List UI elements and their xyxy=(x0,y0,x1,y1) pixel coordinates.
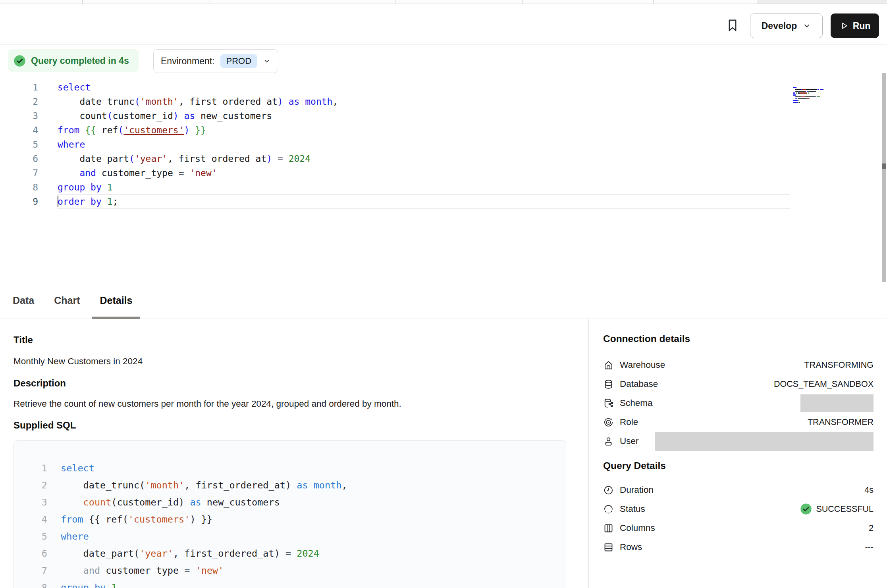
query-status-badge: Query completed in 4s xyxy=(8,49,139,72)
environment-value-badge: PROD xyxy=(220,54,258,68)
line-number: 7 xyxy=(25,562,47,579)
run-button[interactable]: Run xyxy=(831,13,879,38)
columns-icon xyxy=(603,523,614,534)
minimap-line xyxy=(793,92,836,93)
develop-menu-button[interactable]: Develop xyxy=(750,13,823,38)
query-value-columns: 2 xyxy=(869,523,874,533)
supplied-sql-block: 1select2 date_trunc('month', first_order… xyxy=(13,440,566,588)
code-text: where xyxy=(58,137,85,152)
code-line-7: 7 and customer_type = 'new' xyxy=(0,166,792,180)
title-value: Monthly New Customers in 2024 xyxy=(13,356,143,367)
scrollbar-thumb[interactable] xyxy=(882,163,886,169)
code-token: ; xyxy=(113,196,118,207)
code-token xyxy=(106,582,111,588)
toolbar: Develop Run xyxy=(0,4,887,45)
code-token: select xyxy=(58,82,91,92)
chevron-down-icon xyxy=(802,21,811,30)
code-token: 'month' xyxy=(145,480,184,491)
minimap[interactable] xyxy=(793,81,836,98)
result-tabs: DataChartDetails xyxy=(0,282,887,319)
code-token xyxy=(179,111,184,121)
code-token: {{ xyxy=(85,125,96,135)
code-text: from {{ ref('customers') }} xyxy=(58,123,206,137)
code-token: date_part xyxy=(58,154,129,164)
code-token: , xyxy=(332,96,338,107)
connection-row-warehouse: WarehouseTRANSFORMING xyxy=(603,355,874,375)
query-row-status: StatusSUCCESSFUL xyxy=(603,500,874,519)
code-token: 'customers' xyxy=(123,125,184,135)
minimap-line xyxy=(793,81,836,82)
code-token: and xyxy=(83,565,100,576)
line-number: 1 xyxy=(0,80,38,94)
code-token: new_customers xyxy=(201,497,280,508)
code-token: = xyxy=(285,548,291,559)
browser-tabstrip xyxy=(0,0,887,4)
code-text: date_trunc('month', first_ordered_at) as… xyxy=(58,94,338,109)
code-token xyxy=(291,548,297,559)
minimap-line xyxy=(793,90,836,91)
query-label-duration: Duration xyxy=(620,485,654,495)
code-text: count(customer_id) as new_customers xyxy=(58,109,272,123)
environment-selector[interactable]: Environment: PROD xyxy=(153,49,278,73)
code-line-1: 1select xyxy=(0,80,792,94)
code-token: ) xyxy=(266,154,272,164)
code-token: 'year' xyxy=(139,548,173,559)
code-line-9: 9order by 1; xyxy=(0,194,792,209)
connection-panel: Connection details WarehouseTRANSFORMING… xyxy=(588,319,887,588)
code-token: ) xyxy=(184,125,190,135)
role-icon xyxy=(603,417,614,428)
minimap-line xyxy=(793,85,836,86)
line-number: 6 xyxy=(0,152,38,166)
connection-label-schema: Schema xyxy=(620,398,653,408)
code-text: date_part('year', first_ordered_at) = 20… xyxy=(61,545,319,562)
code-token: , first_ordered_at) xyxy=(173,548,285,559)
status-icon xyxy=(603,504,614,515)
code-text: select xyxy=(61,460,94,477)
supplied-sql-heading: Supplied SQL xyxy=(13,420,76,431)
tab-data[interactable]: Data xyxy=(13,282,34,319)
code-token: select xyxy=(61,463,94,474)
sql-editor[interactable]: 1select2 date_trunc('month', first_order… xyxy=(0,80,887,282)
connection-label-user: User xyxy=(620,436,639,446)
code-token xyxy=(189,125,195,135)
user-icon xyxy=(603,436,614,447)
editor-code[interactable]: 1select2 date_trunc('month', first_order… xyxy=(0,80,792,282)
code-token xyxy=(308,480,314,491)
connection-row-database: DatabaseDOCS_TEAM_SANDBOX xyxy=(603,375,874,394)
bookmark-button[interactable] xyxy=(725,17,742,34)
connection-redacted-value-user xyxy=(655,432,874,451)
tab-details[interactable]: Details xyxy=(100,282,132,319)
code-token: }} xyxy=(195,125,206,135)
code-text: and customer_type = 'new' xyxy=(61,562,224,579)
code-text: order by 1; xyxy=(58,194,118,209)
code-token: date_part( xyxy=(61,548,139,559)
code-line-8: 8group by 1 xyxy=(0,180,792,194)
query-status-text: Query completed in 4s xyxy=(31,56,129,66)
tab-chart[interactable]: Chart xyxy=(54,282,80,319)
code-token: customer_type xyxy=(100,565,184,576)
code-token: as xyxy=(289,96,300,107)
code-token: new_customers xyxy=(195,111,272,121)
code-token: , xyxy=(341,480,347,491)
develop-label: Develop xyxy=(762,21,797,31)
connection-value-role: TRANSFORMER xyxy=(808,417,874,427)
query-value-status: SUCCESSFUL xyxy=(800,503,874,515)
code-token: month xyxy=(305,96,332,107)
editor-scrollbar[interactable] xyxy=(882,73,886,285)
line-number: 2 xyxy=(0,94,38,109)
connection-label-warehouse: Warehouse xyxy=(620,360,665,370)
line-number: 3 xyxy=(25,494,47,511)
query-row-rows: Rows--- xyxy=(603,538,874,557)
connection-value-database: DOCS_TEAM_SANDBOX xyxy=(774,379,874,389)
minimap-line xyxy=(793,94,836,95)
connection-value-warehouse: TRANSFORMING xyxy=(804,360,874,370)
code-token: group by xyxy=(58,182,102,192)
code-token: , first_ordered_at) xyxy=(184,480,291,491)
code-text: count(customer_id) as new_customers xyxy=(61,494,280,511)
code-token: count xyxy=(83,497,112,508)
code-text: group by 1 xyxy=(58,180,113,194)
code-token xyxy=(299,96,305,107)
code-token: (customer_id) xyxy=(111,497,190,508)
line-number: 5 xyxy=(0,137,38,152)
code-token: ( xyxy=(107,111,113,121)
